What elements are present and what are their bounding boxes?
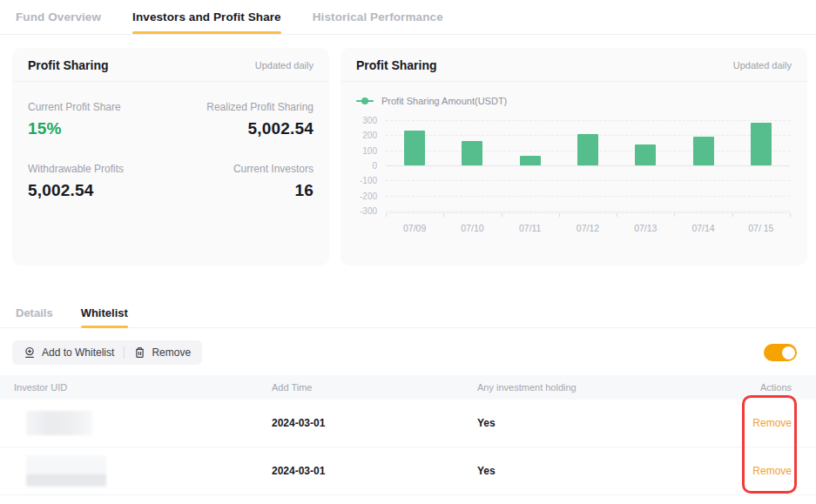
- row-remove-link[interactable]: Remove: [752, 417, 792, 429]
- table-row: 2024-03-01 Yes Remove: [0, 400, 816, 447]
- gridline: [386, 120, 790, 121]
- stats-grid: Current Profit Share 15% Realized Profit…: [12, 82, 329, 219]
- stat-label: Current Investors: [171, 163, 314, 175]
- chart-bar[interactable]: [577, 134, 598, 165]
- table-row: 2024-03-01 Yes Remove: [0, 447, 816, 495]
- x-axis-tick: [502, 213, 502, 217]
- toolbar-divider: [124, 346, 125, 359]
- chart-bar[interactable]: [462, 141, 482, 165]
- chart-card-updated-label: Updated daily: [733, 60, 792, 71]
- x-tick-label: 07/11: [502, 223, 559, 233]
- stat-label: Withdrawable Profits: [28, 163, 171, 175]
- remove-button-label: Remove: [152, 346, 191, 359]
- row-remove-link[interactable]: Remove: [752, 465, 792, 477]
- stat-value: 5,002.54: [171, 119, 314, 138]
- remove-button[interactable]: Remove: [134, 346, 191, 359]
- holding-cell: Yes: [477, 417, 729, 429]
- chart-bar[interactable]: [520, 156, 541, 165]
- chart-y-axis: 3002001000-100-200-300: [356, 120, 386, 211]
- stat-label: Current Profit Share: [28, 101, 171, 113]
- chart-plot-area: [386, 120, 790, 211]
- x-axis-tick: [443, 213, 444, 217]
- trash-icon: [134, 346, 145, 359]
- whitelist-toolbar: Add to Whitelist Remove: [12, 340, 797, 365]
- gridline: [386, 180, 790, 181]
- chart-card-title: Profit Sharing: [356, 58, 437, 72]
- bar-chart: 3002001000-100-200-300: [356, 120, 790, 211]
- chart-bar[interactable]: [404, 131, 425, 165]
- stat-value: 15%: [28, 119, 171, 138]
- chart-legend[interactable]: Profit Sharing Amount(USDT): [356, 96, 790, 106]
- x-tick-label: 07/13: [617, 223, 674, 233]
- y-tick-label: -200: [360, 191, 377, 200]
- chart-x-axis-line: [386, 212, 790, 217]
- toggle-knob: [782, 346, 795, 360]
- header-investment-holding: Any investment holding: [477, 382, 729, 393]
- stat-value: 16: [171, 181, 314, 200]
- header-actions: Actions: [729, 382, 792, 393]
- x-tick-label: 07/09: [386, 223, 443, 233]
- y-tick-label: 300: [362, 116, 377, 125]
- tab-details[interactable]: Details: [16, 299, 53, 327]
- gridline: [386, 196, 790, 197]
- y-tick-label: -300: [360, 206, 377, 216]
- stat-label: Realized Profit Sharing: [171, 101, 314, 113]
- x-tick-label: 07/10: [443, 223, 501, 233]
- holding-cell: Yes: [477, 465, 729, 477]
- stat-value: 5,002.54: [28, 181, 171, 200]
- y-tick-label: 100: [362, 145, 377, 155]
- x-tick-label: 07/14: [674, 223, 732, 233]
- profit-sharing-chart-card: Profit Sharing Updated daily Profit Shar…: [341, 48, 807, 265]
- stat-realized-profit-sharing: Realized Profit Sharing 5,002.54: [171, 101, 314, 138]
- y-tick-label: -100: [360, 176, 377, 185]
- chart-bar[interactable]: [751, 123, 772, 165]
- table-header-row: Investor UID Add Time Any investment hol…: [0, 375, 816, 400]
- add-to-whitelist-icon: [24, 346, 36, 359]
- add-time-cell: 2024-03-01: [272, 465, 477, 477]
- x-tick-label: 07/12: [559, 223, 617, 233]
- chart-bar[interactable]: [635, 144, 656, 165]
- x-axis-tick: [559, 213, 560, 217]
- add-to-whitelist-label: Add to Whitelist: [42, 346, 114, 359]
- y-tick-label: 200: [362, 131, 377, 140]
- profit-sharing-stats-card: Profit Sharing Updated daily Current Pro…: [12, 48, 329, 265]
- investor-uid-redacted: [14, 455, 272, 487]
- summary-section: Profit Sharing Updated daily Current Pro…: [12, 48, 807, 265]
- tab-historical-performance[interactable]: Historical Performance: [313, 0, 443, 34]
- tab-investors-profit-share[interactable]: Investors and Profit Share: [132, 0, 281, 34]
- header-investor-uid: Investor UID: [14, 382, 272, 393]
- gridline: [386, 165, 790, 166]
- tab-whitelist[interactable]: Whitelist: [81, 299, 128, 327]
- tab-fund-overview[interactable]: Fund Overview: [16, 0, 101, 34]
- x-axis-tick: [790, 213, 791, 217]
- stats-card-updated-label: Updated daily: [255, 60, 314, 71]
- chart-body: Profit Sharing Amount(USDT) 3002001000-1…: [341, 82, 807, 233]
- chart-x-labels: 07/0907/1007/1107/1207/1307/1407/ 15: [386, 223, 790, 233]
- detail-tab-bar: Details Whitelist: [0, 299, 816, 328]
- x-axis-tick: [732, 213, 733, 217]
- legend-line-dot-icon: [356, 97, 374, 105]
- stats-card-header: Profit Sharing Updated daily: [12, 48, 329, 82]
- x-tick-label: 07/ 15: [732, 223, 790, 233]
- gridline: [386, 211, 790, 212]
- chart-bar[interactable]: [693, 137, 714, 165]
- stats-card-title: Profit Sharing: [28, 58, 109, 72]
- y-tick-label: 0: [372, 161, 377, 171]
- add-to-whitelist-button[interactable]: Add to Whitelist: [24, 346, 114, 359]
- legend-label: Profit Sharing Amount(USDT): [381, 96, 507, 106]
- stat-current-profit-share: Current Profit Share 15%: [28, 101, 171, 138]
- whitelist-table: Investor UID Add Time Any investment hol…: [0, 375, 816, 495]
- toolbar-button-group: Add to Whitelist Remove: [12, 340, 202, 365]
- stat-withdrawable-profits: Withdrawable Profits 5,002.54: [28, 163, 171, 200]
- x-axis-tick: [386, 213, 387, 217]
- chart-card-header: Profit Sharing Updated daily: [341, 48, 807, 82]
- investor-uid-redacted: [14, 411, 272, 435]
- top-tab-bar: Fund Overview Investors and Profit Share…: [0, 0, 816, 35]
- stat-current-investors: Current Investors 16: [171, 163, 314, 200]
- x-axis-tick: [674, 213, 675, 217]
- x-axis-tick: [617, 213, 617, 217]
- add-time-cell: 2024-03-01: [272, 417, 477, 429]
- table-body: 2024-03-01 Yes Remove 2024-03-01 Yes Rem…: [0, 400, 816, 495]
- whitelist-toggle[interactable]: [764, 344, 797, 361]
- header-add-time: Add Time: [272, 382, 477, 393]
